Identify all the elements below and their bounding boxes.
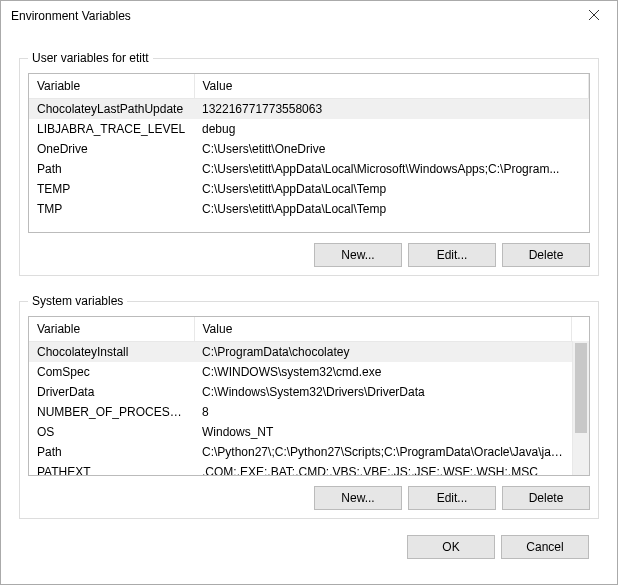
user-col-value[interactable]: Value bbox=[194, 74, 589, 98]
close-icon bbox=[589, 9, 599, 23]
cell-val: C:\Python27\;C:\Python27\Scripts;C:\Prog… bbox=[194, 442, 572, 462]
cell-var: OS bbox=[29, 422, 194, 442]
cell-val: C:\ProgramData\chocolatey bbox=[194, 341, 572, 362]
cell-var: TMP bbox=[29, 199, 194, 219]
scrollbar-thumb[interactable] bbox=[575, 343, 587, 433]
cell-val: C:\Users\etitt\OneDrive bbox=[194, 139, 589, 159]
system-variables-table[interactable]: Variable Value ChocolateyInstall C:\Prog… bbox=[29, 317, 572, 476]
table-row[interactable]: OS Windows_NT bbox=[29, 422, 572, 442]
user-variables-table[interactable]: Variable Value ChocolateyLastPathUpdate … bbox=[29, 74, 589, 219]
user-col-variable[interactable]: Variable bbox=[29, 74, 194, 98]
system-variables-group: System variables Variable Value Chocolat… bbox=[19, 294, 599, 519]
table-row[interactable]: LIBJABRA_TRACE_LEVEL debug bbox=[29, 119, 589, 139]
cell-var: Path bbox=[29, 159, 194, 179]
cell-val: C:\WINDOWS\system32\cmd.exe bbox=[194, 362, 572, 382]
cell-var: ChocolateyLastPathUpdate bbox=[29, 98, 194, 119]
cell-var: DriverData bbox=[29, 382, 194, 402]
system-edit-button[interactable]: Edit... bbox=[408, 486, 496, 510]
cell-var: LIBJABRA_TRACE_LEVEL bbox=[29, 119, 194, 139]
system-variables-table-wrap: Variable Value ChocolateyInstall C:\Prog… bbox=[28, 316, 590, 476]
system-new-button[interactable]: New... bbox=[314, 486, 402, 510]
table-row[interactable]: TEMP C:\Users\etitt\AppData\Local\Temp bbox=[29, 179, 589, 199]
table-row[interactable]: Path C:\Python27\;C:\Python27\Scripts;C:… bbox=[29, 442, 572, 462]
user-new-button[interactable]: New... bbox=[314, 243, 402, 267]
cell-val: C:\Users\etitt\AppData\Local\Microsoft\W… bbox=[194, 159, 589, 179]
cancel-button[interactable]: Cancel bbox=[501, 535, 589, 559]
table-row[interactable]: ComSpec C:\WINDOWS\system32\cmd.exe bbox=[29, 362, 572, 382]
cell-var: ChocolateyInstall bbox=[29, 341, 194, 362]
table-row[interactable]: Path C:\Users\etitt\AppData\Local\Micros… bbox=[29, 159, 589, 179]
table-row[interactable]: DriverData C:\Windows\System32\Drivers\D… bbox=[29, 382, 572, 402]
close-button[interactable] bbox=[571, 1, 617, 31]
cell-var: TEMP bbox=[29, 179, 194, 199]
cell-var: Path bbox=[29, 442, 194, 462]
cell-val: C:\Users\etitt\AppData\Local\Temp bbox=[194, 179, 589, 199]
table-row[interactable]: ChocolateyInstall C:\ProgramData\chocola… bbox=[29, 341, 572, 362]
ok-button[interactable]: OK bbox=[407, 535, 495, 559]
system-col-variable[interactable]: Variable bbox=[29, 317, 194, 341]
cell-var: OneDrive bbox=[29, 139, 194, 159]
system-scrollbar[interactable] bbox=[572, 341, 589, 475]
user-variables-group: User variables for etitt Variable Value … bbox=[19, 51, 599, 276]
table-row[interactable]: TMP C:\Users\etitt\AppData\Local\Temp bbox=[29, 199, 589, 219]
window-title: Environment Variables bbox=[11, 9, 131, 23]
system-delete-button[interactable]: Delete bbox=[502, 486, 590, 510]
user-delete-button[interactable]: Delete bbox=[502, 243, 590, 267]
cell-var: ComSpec bbox=[29, 362, 194, 382]
table-row[interactable]: NUMBER_OF_PROCESSORS 8 bbox=[29, 402, 572, 422]
cell-val: .COM;.EXE;.BAT;.CMD;.VBS;.VBE;.JS;.JSE;.… bbox=[194, 462, 572, 477]
cell-var: NUMBER_OF_PROCESSORS bbox=[29, 402, 194, 422]
cell-val: Windows_NT bbox=[194, 422, 572, 442]
table-row[interactable]: PATHEXT .COM;.EXE;.BAT;.CMD;.VBS;.VBE;.J… bbox=[29, 462, 572, 477]
user-edit-button[interactable]: Edit... bbox=[408, 243, 496, 267]
system-col-value[interactable]: Value bbox=[194, 317, 572, 341]
user-variables-table-wrap: Variable Value ChocolateyLastPathUpdate … bbox=[28, 73, 590, 233]
titlebar: Environment Variables bbox=[1, 1, 617, 31]
cell-val: 8 bbox=[194, 402, 572, 422]
cell-val: C:\Users\etitt\AppData\Local\Temp bbox=[194, 199, 589, 219]
system-variables-legend: System variables bbox=[28, 294, 127, 308]
cell-val: 132216771773558063 bbox=[194, 98, 589, 119]
user-variables-legend: User variables for etitt bbox=[28, 51, 153, 65]
cell-val: debug bbox=[194, 119, 589, 139]
cell-var: PATHEXT bbox=[29, 462, 194, 477]
cell-val: C:\Windows\System32\Drivers\DriverData bbox=[194, 382, 572, 402]
table-row[interactable]: ChocolateyLastPathUpdate 132216771773558… bbox=[29, 98, 589, 119]
table-row[interactable]: OneDrive C:\Users\etitt\OneDrive bbox=[29, 139, 589, 159]
